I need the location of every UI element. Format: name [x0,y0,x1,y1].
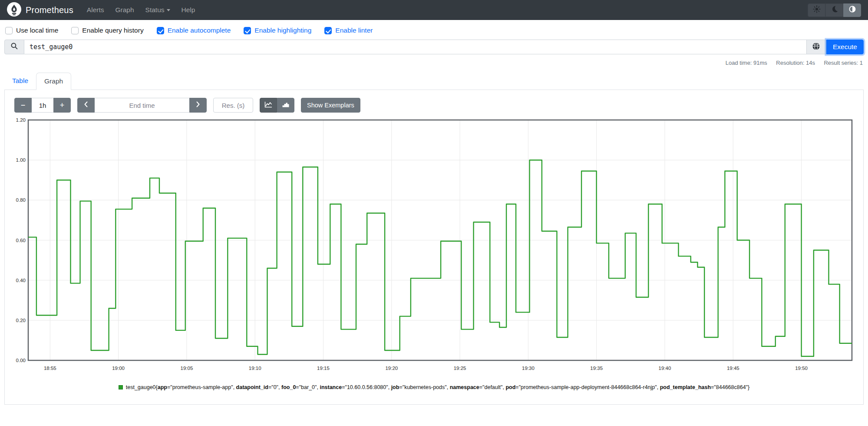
svg-text:19:35: 19:35 [590,366,603,371]
metrics-explorer-addon[interactable] [806,40,826,54]
stat-result-series: Result series: 1 [824,60,863,66]
tab-table[interactable]: Table [4,73,36,90]
nav-item-alerts[interactable]: Alerts [81,6,110,14]
svg-text:19:20: 19:20 [385,366,398,371]
svg-text:18:55: 18:55 [44,366,56,371]
panel-tabs: Table Graph [4,73,864,90]
display-mode-group [260,98,294,113]
chart-area[interactable]: 0.000.200.400.600.801.001.2018:5519:0019… [11,118,857,377]
svg-text:0.80: 0.80 [16,197,26,203]
checkbox-box[interactable] [157,27,164,34]
range-input[interactable] [32,98,53,113]
checkbox-use-local-time[interactable]: Use local time [5,27,58,34]
svg-text:19:10: 19:10 [249,366,261,371]
chevron-down-icon [167,9,170,11]
show-exemplars-button[interactable]: Show Exemplars [301,98,360,113]
svg-text:0.20: 0.20 [16,318,26,323]
expression-input[interactable] [24,40,807,54]
nav-item-help[interactable]: Help [176,6,201,14]
search-icon [10,42,18,52]
sun-icon [813,5,821,15]
graph-controls: − + [14,98,857,113]
tab-graph[interactable]: Graph [36,73,71,90]
execute-button[interactable]: Execute [826,40,864,54]
svg-text:19:45: 19:45 [727,366,739,371]
options-row: Use local time Enable query history Enab… [0,20,868,39]
svg-text:19:30: 19:30 [522,366,535,371]
range-increase-button[interactable]: + [53,98,71,113]
svg-text:19:00: 19:00 [112,366,125,371]
checkbox-enable-autocomplete[interactable]: Enable autocomplete [157,27,231,34]
line-chart-icon [264,101,272,110]
search-addon [4,40,24,54]
series-label-text: test_gauge0{app="prometheus-sample-app",… [126,384,749,391]
svg-text:1.00: 1.00 [16,157,26,163]
legend-series-item[interactable]: test_gauge0{app="prometheus-sample-app",… [119,384,749,391]
theme-auto-button[interactable] [843,3,861,17]
stacked-chart-icon [282,101,290,110]
checkbox-box[interactable] [324,27,332,34]
query-stats-row: Load time: 91ms Resolution: 14s Result s… [0,59,863,67]
graph-panel: − + [4,90,864,405]
svg-text:0.60: 0.60 [16,238,26,243]
brand-title: Prometheus [26,5,73,15]
checkbox-label: Use local time [16,27,58,34]
step-line-chart[interactable]: 0.000.200.400.600.801.001.2018:5519:0019… [11,118,855,375]
nav-item-graph[interactable]: Graph [109,6,139,14]
checkbox-label: Enable query history [82,27,143,34]
checkbox-label: Enable autocomplete [168,27,231,34]
svg-text:19:50: 19:50 [795,366,808,371]
circle-half-icon [848,5,856,15]
resolution-input[interactable] [213,98,253,113]
chevron-left-icon [84,101,88,110]
stacked-chart-mode-button[interactable] [277,98,294,113]
nav-links: Alerts Graph Status Help [81,6,201,14]
checkbox-box[interactable] [244,27,251,34]
prometheus-logo-icon [7,2,21,18]
svg-text:19:25: 19:25 [454,366,466,371]
chevron-right-icon [196,101,200,110]
svg-text:19:40: 19:40 [659,366,671,371]
end-time-group [77,98,207,113]
time-back-button[interactable] [77,98,95,113]
svg-text:19:05: 19:05 [181,366,193,371]
line-chart-mode-button[interactable] [260,98,277,113]
checkbox-box[interactable] [5,27,13,34]
globe-icon [812,42,820,52]
top-navbar: Prometheus Alerts Graph Status Help [0,0,868,20]
query-input-group: Execute [4,40,864,54]
stat-resolution: Resolution: 14s [776,60,815,66]
time-forward-button[interactable] [189,98,207,113]
nav-item-status[interactable]: Status [140,6,176,14]
checkbox-label: Enable linter [335,27,373,34]
svg-text:0.40: 0.40 [16,278,26,283]
theme-toggle-group [808,3,861,17]
svg-text:1.20: 1.20 [16,118,26,123]
theme-dark-button[interactable] [825,3,843,17]
stat-load-time: Load time: 91ms [726,60,767,66]
range-group: − + [14,98,71,113]
theme-light-button[interactable] [808,3,825,17]
checkbox-box[interactable] [71,27,79,34]
series-color-swatch [119,385,123,389]
range-decrease-button[interactable]: − [14,98,32,113]
svg-text:19:15: 19:15 [317,366,330,371]
prometheus-brand[interactable]: Prometheus [7,2,73,18]
end-time-input[interactable] [95,98,189,113]
checkbox-enable-linter[interactable]: Enable linter [324,27,373,34]
checkbox-label: Enable highlighting [254,27,311,34]
legend-row: test_gauge0{app="prometheus-sample-app",… [11,384,857,391]
checkbox-enable-highlighting[interactable]: Enable highlighting [244,27,311,34]
svg-text:0.00: 0.00 [16,358,26,363]
moon-icon [831,5,838,15]
checkbox-enable-query-history[interactable]: Enable query history [71,27,143,34]
